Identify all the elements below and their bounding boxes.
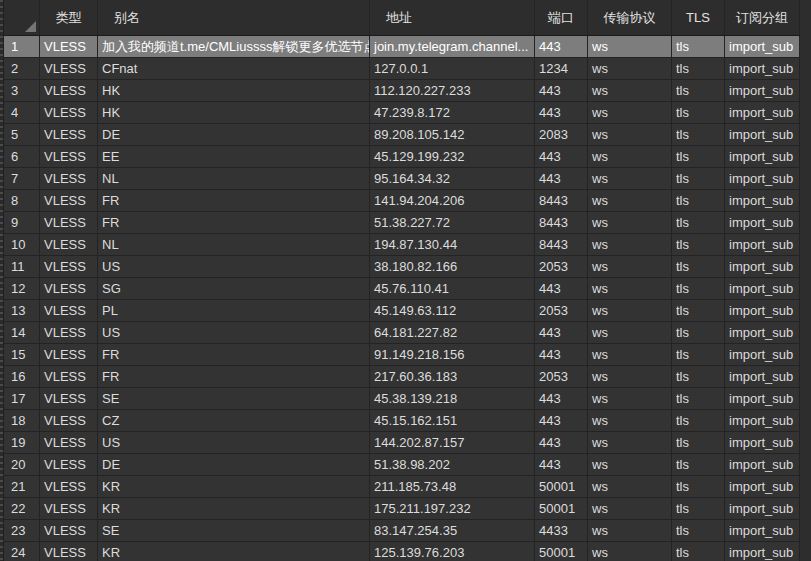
cell-transport: ws: [588, 278, 672, 299]
cell-type: VLESS: [40, 366, 98, 387]
cell-address: 175.211.197.232: [370, 498, 535, 519]
table-row[interactable]: 2 VLESS CFnat 127.0.0.1 1234 ws tls impo…: [4, 58, 800, 80]
row-number-cell[interactable]: 21: [4, 476, 40, 497]
cell-alias: FR: [98, 366, 370, 387]
cell-alias: KR: [98, 542, 370, 561]
cell-tls: tls: [672, 542, 725, 561]
row-number-cell[interactable]: 15: [4, 344, 40, 365]
cell-type: VLESS: [40, 454, 98, 475]
table-row[interactable]: 10 VLESS NL 194.87.130.44 8443 ws tls im…: [4, 234, 800, 256]
row-number-cell[interactable]: 16: [4, 366, 40, 387]
cell-type: VLESS: [40, 388, 98, 409]
row-number-cell[interactable]: 18: [4, 410, 40, 431]
row-number-cell[interactable]: 23: [4, 520, 40, 541]
cell-transport: ws: [588, 300, 672, 321]
table-row[interactable]: 21 VLESS KR 211.185.73.48 50001 ws tls i…: [4, 476, 800, 498]
cell-group: import_sub: [725, 366, 800, 387]
cell-alias: KR: [98, 476, 370, 497]
row-number-cell[interactable]: 9: [4, 212, 40, 233]
table-row[interactable]: 12 VLESS SG 45.76.110.41 443 ws tls impo…: [4, 278, 800, 300]
cell-tls: tls: [672, 102, 725, 123]
row-number-cell[interactable]: 20: [4, 454, 40, 475]
row-number-cell[interactable]: 10: [4, 234, 40, 255]
table-row[interactable]: 16 VLESS FR 217.60.36.183 2053 ws tls im…: [4, 366, 800, 388]
row-number-cell[interactable]: 11: [4, 256, 40, 277]
cell-alias: NL: [98, 168, 370, 189]
row-number-cell[interactable]: 8: [4, 190, 40, 211]
table-row[interactable]: 14 VLESS US 64.181.227.82 443 ws tls imp…: [4, 322, 800, 344]
cell-type: VLESS: [40, 322, 98, 343]
table-row[interactable]: 5 VLESS DE 89.208.105.142 2083 ws tls im…: [4, 124, 800, 146]
cell-transport: ws: [588, 124, 672, 145]
cell-tls: tls: [672, 410, 725, 431]
table-row[interactable]: 20 VLESS DE 51.38.98.202 443 ws tls impo…: [4, 454, 800, 476]
cell-type: VLESS: [40, 146, 98, 167]
col-header-address[interactable]: 地址: [370, 0, 535, 35]
cell-address: 91.149.218.156: [370, 344, 535, 365]
row-number-cell[interactable]: 2: [4, 58, 40, 79]
row-number-cell[interactable]: 13: [4, 300, 40, 321]
cell-alias: NL: [98, 234, 370, 255]
table-row[interactable]: 18 VLESS CZ 45.15.162.151 443 ws tls imp…: [4, 410, 800, 432]
cell-port: 1234: [535, 58, 588, 79]
cell-tls: tls: [672, 168, 725, 189]
row-number-cell[interactable]: 14: [4, 322, 40, 343]
cell-alias: SG: [98, 278, 370, 299]
table-row[interactable]: 8 VLESS FR 141.94.204.206 8443 ws tls im…: [4, 190, 800, 212]
row-number-cell[interactable]: 6: [4, 146, 40, 167]
cell-address: 141.94.204.206: [370, 190, 535, 211]
cell-group: import_sub: [725, 102, 800, 123]
row-number-cell[interactable]: 5: [4, 124, 40, 145]
table-row[interactable]: 17 VLESS SE 45.38.139.218 443 ws tls imp…: [4, 388, 800, 410]
table-row[interactable]: 9 VLESS FR 51.38.227.72 8443 ws tls impo…: [4, 212, 800, 234]
row-number-cell[interactable]: 19: [4, 432, 40, 453]
cell-tls: tls: [672, 344, 725, 365]
col-header-tls[interactable]: TLS: [672, 0, 725, 35]
cell-port: 443: [535, 146, 588, 167]
cell-port: 2053: [535, 300, 588, 321]
row-number-cell[interactable]: 4: [4, 102, 40, 123]
cell-address: 127.0.0.1: [370, 58, 535, 79]
cell-group: import_sub: [725, 146, 800, 167]
table-row[interactable]: 1 VLESS 加入我的频道t.me/CMLiussss解锁更多优选节点 joi…: [4, 36, 800, 58]
cell-address: 51.38.227.72: [370, 212, 535, 233]
row-number-cell[interactable]: 3: [4, 80, 40, 101]
cell-transport: ws: [588, 168, 672, 189]
row-number-cell[interactable]: 24: [4, 542, 40, 561]
cell-transport: ws: [588, 322, 672, 343]
cell-transport: ws: [588, 542, 672, 561]
table-row[interactable]: 4 VLESS HK 47.239.8.172 443 ws tls impor…: [4, 102, 800, 124]
cell-type: VLESS: [40, 476, 98, 497]
cell-port: 443: [535, 388, 588, 409]
col-header-alias[interactable]: 别名: [98, 0, 370, 35]
table-row[interactable]: 22 VLESS KR 175.211.197.232 50001 ws tls…: [4, 498, 800, 520]
table-row[interactable]: 15 VLESS FR 91.149.218.156 443 ws tls im…: [4, 344, 800, 366]
cell-port: 443: [535, 80, 588, 101]
table-row[interactable]: 13 VLESS PL 45.149.63.112 2053 ws tls im…: [4, 300, 800, 322]
cell-group: import_sub: [725, 190, 800, 211]
row-number-cell[interactable]: 7: [4, 168, 40, 189]
cell-port: 443: [535, 322, 588, 343]
table-row[interactable]: 6 VLESS EE 45.129.199.232 443 ws tls imp…: [4, 146, 800, 168]
cell-tls: tls: [672, 300, 725, 321]
cell-group: import_sub: [725, 322, 800, 343]
col-header-transport[interactable]: 传输协议: [588, 0, 672, 35]
col-header-port[interactable]: 端口: [535, 0, 588, 35]
col-header-type[interactable]: 类型: [40, 0, 98, 35]
table-row[interactable]: 7 VLESS NL 95.164.34.32 443 ws tls impor…: [4, 168, 800, 190]
row-number-cell[interactable]: 22: [4, 498, 40, 519]
col-header-group[interactable]: 订阅分组: [725, 0, 800, 35]
row-number-cell[interactable]: 1: [4, 36, 40, 57]
select-all-corner[interactable]: [4, 0, 40, 35]
cell-type: VLESS: [40, 432, 98, 453]
table-row[interactable]: 24 VLESS KR 125.139.76.203 50001 ws tls …: [4, 542, 800, 561]
row-number-cell[interactable]: 12: [4, 278, 40, 299]
row-number-cell[interactable]: 17: [4, 388, 40, 409]
cell-transport: ws: [588, 498, 672, 519]
cell-alias: KR: [98, 498, 370, 519]
table-row[interactable]: 23 VLESS SE 83.147.254.35 4433 ws tls im…: [4, 520, 800, 542]
table-row[interactable]: 3 VLESS HK 112.120.227.233 443 ws tls im…: [4, 80, 800, 102]
table-row[interactable]: 11 VLESS US 38.180.82.166 2053 ws tls im…: [4, 256, 800, 278]
cell-group: import_sub: [725, 388, 800, 409]
table-row[interactable]: 19 VLESS US 144.202.87.157 443 ws tls im…: [4, 432, 800, 454]
